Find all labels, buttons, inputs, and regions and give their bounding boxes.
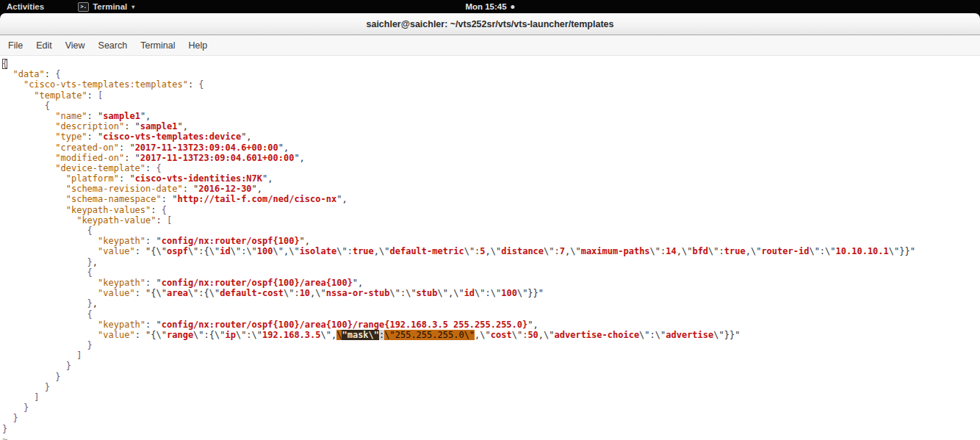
code-segment [2, 267, 87, 278]
code-segment [2, 236, 98, 246]
code-segment: \":\" [389, 288, 416, 298]
terminal-line: "name": "sample1", [2, 111, 980, 121]
terminal-line: ] [2, 350, 980, 361]
code-segment: isolate [300, 246, 337, 256]
code-segment: id [220, 246, 230, 256]
code-segment [2, 194, 66, 204]
menu-item-edit[interactable]: Edit [29, 38, 59, 53]
terminal-line: ] [2, 392, 980, 403]
code-segment: } [24, 403, 29, 413]
code-segment: 14 [666, 246, 676, 256]
code-segment: ", [353, 278, 363, 288]
window-titlebar[interactable]: saichler@saichler: ~/vts252sr/vts/vts-la… [0, 13, 980, 35]
code-segment: \",\" [273, 246, 300, 256]
code-segment: 100 [501, 288, 517, 298]
terminal-line: "device-template": { [2, 163, 980, 173]
code-segment [2, 153, 55, 163]
code-segment: config/nx:router/ospf{100} [162, 236, 300, 246]
terminal-line: "keypath": "config/nx:router/ospf{100}/a… [2, 278, 980, 288]
code-segment: "created-on" [55, 143, 119, 153]
app-menu-label: Terminal [93, 2, 127, 11]
code-segment: : " [145, 236, 162, 246]
code-segment: : " [119, 143, 135, 153]
code-segment [2, 121, 55, 131]
code-segment: , [93, 257, 98, 267]
code-segment: : "{\" [135, 246, 167, 256]
menu-item-file[interactable]: File [1, 38, 29, 53]
code-segment: { [156, 163, 162, 173]
menu-item-view[interactable]: View [59, 38, 92, 53]
code-segment: ,\" [374, 246, 390, 256]
code-segment [2, 111, 55, 121]
menu-item-search[interactable]: Search [92, 38, 134, 53]
code-segment [2, 184, 66, 194]
terminal-line: } [2, 424, 980, 434]
code-segment: sample1 [103, 111, 140, 121]
menu-item-help[interactable]: Help [181, 38, 214, 53]
code-segment: \":\" [236, 330, 262, 340]
code-segment: \": [336, 246, 353, 256]
terminal-line: "cisco-vts-templates:templates": { [2, 79, 980, 90]
terminal-line: "platform": "cisco-vts-identities:N7K", [2, 173, 980, 184]
code-segment: bfd [692, 246, 708, 256]
code-segment: stub [417, 288, 438, 298]
code-segment: "modified-on" [55, 153, 124, 163]
menu-item-terminal[interactable]: Terminal [134, 38, 181, 53]
chevron-down-icon: ▾ [131, 4, 134, 10]
code-segment: cisco-vts-templates:device [103, 131, 241, 142]
code-segment [2, 350, 76, 361]
code-segment [2, 309, 87, 320]
code-segment: range [167, 330, 193, 340]
code-segment: } [87, 298, 93, 309]
code-segment: ", [262, 173, 273, 184]
code-segment: } [45, 382, 50, 392]
code-segment [2, 278, 98, 288]
code-segment: : " [162, 194, 178, 204]
app-menu-button[interactable]: >. Terminal ▾ [71, 2, 141, 12]
code-segment: "value" [98, 288, 135, 298]
code-segment: "description" [55, 121, 124, 131]
code-segment: "keypath" [98, 320, 145, 330]
code-segment: "keypath-values" [66, 205, 151, 215]
code-segment: ", [278, 143, 289, 153]
code-segment [2, 403, 24, 413]
terminal-line: "template": [ [2, 90, 980, 101]
code-segment: : " [124, 121, 140, 131]
code-segment [2, 361, 66, 371]
terminal-content[interactable]: { "data": { "cisco-vts-templates:templat… [0, 56, 980, 440]
code-segment: default-metric [390, 246, 464, 256]
terminal-line: "value": "{\"ospf\":{\"id\":\"100\",\"is… [2, 246, 980, 256]
terminal-line: "keypath": "config/nx:router/ospf{100}/a… [2, 320, 980, 330]
code-segment: { [45, 101, 50, 111]
terminal-cursor: { [2, 59, 7, 69]
code-segment [2, 163, 55, 173]
code-segment: cost [491, 330, 512, 340]
code-segment: id [464, 288, 475, 298]
code-segment: \": [464, 246, 480, 256]
gnome-top-bar: Activities >. Terminal ▾ Mon 15:45 [0, 0, 980, 13]
terminal-line: { [2, 226, 980, 236]
code-segment: : " [87, 111, 104, 121]
code-segment: \"}}" [889, 246, 915, 256]
code-segment: 10 [300, 288, 310, 298]
code-segment: ", [252, 184, 262, 194]
terminal-line: } [2, 403, 980, 413]
code-segment: default-cost [220, 288, 284, 298]
code-segment: : [45, 69, 55, 79]
code-segment: { [198, 79, 203, 90]
code-segment [2, 215, 76, 226]
code-segment [2, 382, 45, 392]
code-segment: : " [183, 184, 199, 194]
code-segment: } [12, 413, 18, 423]
code-segment: ~ [2, 434, 7, 440]
code-segment [2, 143, 55, 153]
code-segment: [ [167, 215, 172, 226]
code-segment [2, 173, 66, 184]
code-segment: \": [284, 288, 300, 298]
code-segment: 2017-11-13T23:09:04.601+00:00 [140, 153, 295, 163]
activities-button[interactable]: Activities [0, 2, 51, 11]
terminal-line: "type": "cisco-vts-templates:device", [2, 131, 980, 142]
code-segment: ] [76, 350, 82, 361]
code-segment: ", [300, 236, 310, 246]
clock-button[interactable]: Mon 15:45 [465, 2, 514, 11]
